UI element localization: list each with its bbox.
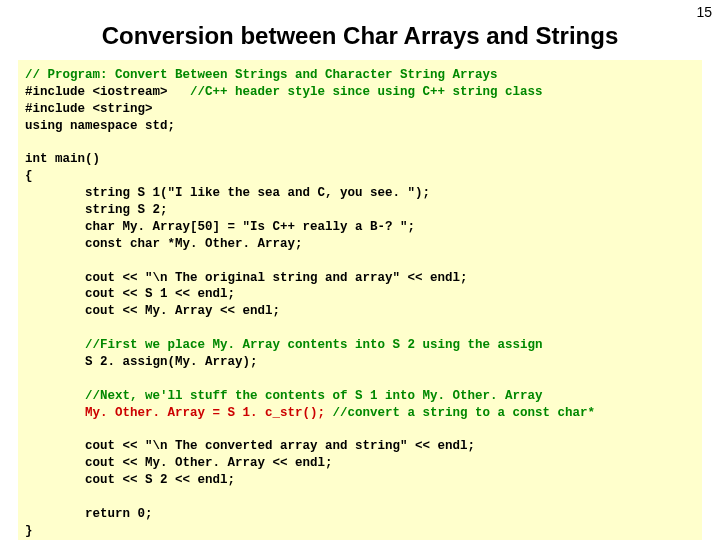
code-line: S 2. assign(My. Array); xyxy=(25,355,258,369)
code-line: #include <iostream> xyxy=(25,85,190,99)
code-line: cout << My. Other. Array << endl; xyxy=(25,456,333,470)
code-line: const char *My. Other. Array; xyxy=(25,237,303,251)
code-line: cout << S 2 << endl; xyxy=(25,473,235,487)
code-line: char My. Array[50] = "Is C++ really a B-… xyxy=(25,220,415,234)
code-line: cout << My. Array << endl; xyxy=(25,304,280,318)
code-line xyxy=(25,406,85,420)
code-line: int main() xyxy=(25,152,100,166)
code-line: #include <string> xyxy=(25,102,153,116)
code-line: return 0; xyxy=(25,507,153,521)
slide-title: Conversion between Char Arrays and Strin… xyxy=(0,0,720,60)
code-comment: //convert a string to a const char* xyxy=(325,406,595,420)
code-line: } xyxy=(25,524,33,538)
code-line: string S 1("I like the sea and C, you se… xyxy=(25,186,430,200)
code-line: using namespace std; xyxy=(25,119,175,133)
page-number: 15 xyxy=(696,4,712,20)
code-line: string S 2; xyxy=(25,203,168,217)
code-comment: //First we place My. Array contents into… xyxy=(25,338,543,352)
code-block: // Program: Convert Between Strings and … xyxy=(18,60,702,540)
code-line: cout << "\n The converted array and stri… xyxy=(25,439,475,453)
code-comment: //Next, we'll stuff the contents of S 1 … xyxy=(25,389,543,403)
code-line: cout << "\n The original string and arra… xyxy=(25,271,468,285)
code-line: { xyxy=(25,169,33,183)
code-comment: // Program: Convert Between Strings and … xyxy=(25,68,498,82)
code-highlight: My. Other. Array = S 1. c_str(); xyxy=(85,406,325,420)
code-line: cout << S 1 << endl; xyxy=(25,287,235,301)
code-comment: //C++ header style since using C++ strin… xyxy=(190,85,543,99)
